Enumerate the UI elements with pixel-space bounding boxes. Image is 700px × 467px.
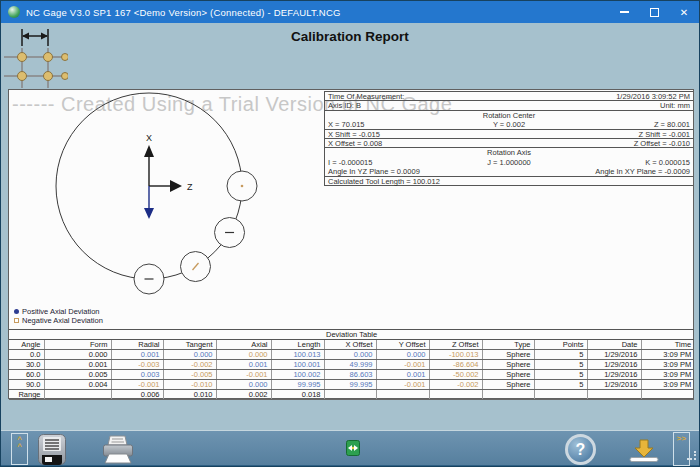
info-row: Rotation Center <box>325 111 693 120</box>
page-title: Calibration Report <box>1 29 699 44</box>
column-header: Type <box>482 340 534 350</box>
calibration-diagram: X Z <box>9 90 329 322</box>
column-header: Radial <box>111 340 163 350</box>
table-row: 0.00.0000.0010.0000.000100.0130.0000.000… <box>9 350 694 360</box>
download-icon[interactable] <box>627 438 661 463</box>
maximize-icon <box>650 8 659 17</box>
column-header: Z Offset <box>429 340 482 350</box>
column-header: Form <box>44 340 111 350</box>
info-panel: Time Of Measurement:1/29/2016 3:09:52 PM… <box>324 91 693 186</box>
info-row: Axis ID: BUnit: mm <box>325 101 693 110</box>
info-row: Calculated Tool Length = 100.012 <box>325 177 693 186</box>
column-header: Y Offset <box>376 340 429 350</box>
deviation-table-header-row: AngleFormRadialTangentAxialLengthX Offse… <box>9 340 694 350</box>
titlebar: NC Gage V3.0 SP1 167 <Demo Version> (Con… <box>1 1 699 23</box>
minimize-icon <box>620 11 629 13</box>
axis-z-label: Z <box>187 182 193 192</box>
table-row: Range0.0060.0100.0020.018 <box>9 390 694 400</box>
column-header: Axial <box>216 340 271 350</box>
info-row: X Offset = 0.008Z Offset = -0.010 <box>325 139 693 148</box>
info-row: Rotation Axis <box>325 148 693 157</box>
info-row: X = 70.015Y = 0.002Z = 80.001 <box>325 120 693 129</box>
info-row: Time Of Measurement:1/29/2016 3:09:52 PM <box>325 92 693 101</box>
info-row: X Shift = -0.015Z Shift = -0.001 <box>325 130 693 139</box>
minimize-button[interactable] <box>609 1 639 23</box>
axial-deviation-legend: Positive Axial DeviationNegative Axial D… <box>14 307 103 325</box>
info-row: I = -0.000015J = 1.000000K = 0.000015 <box>325 158 693 167</box>
column-header: Time <box>641 340 694 350</box>
column-header: X Offset <box>324 340 376 350</box>
negative-deviation-marker-icon <box>14 318 19 323</box>
column-header: Points <box>534 340 587 350</box>
column-header: Tangent <box>163 340 216 350</box>
table-row: 60.00.0050.003-0.005-0.001100.00286.6030… <box>9 370 694 380</box>
report-page: ------ Created Using a Trial Version of … <box>8 89 694 399</box>
column-header: Angle <box>9 340 44 350</box>
column-header: Length <box>271 340 324 350</box>
table-row: 90.00.004-0.001-0.0100.00099.99599.995-0… <box>9 380 694 390</box>
column-header: Date <box>587 340 641 350</box>
positive-deviation-marker-icon <box>14 309 19 314</box>
bottom-toolbar: ^^ ? <box>1 430 699 467</box>
scroll-left-button[interactable]: ^^ <box>11 433 28 465</box>
app-icon <box>8 6 20 18</box>
deviation-mark-0 <box>241 185 244 188</box>
print-icon[interactable] <box>101 435 135 465</box>
deviation-table: Deviation Table AngleFormRadialTangentAx… <box>9 329 694 400</box>
transfer-icon[interactable] <box>346 440 360 456</box>
legend-item: Negative Axial Deviation <box>14 316 103 325</box>
maximize-button[interactable] <box>639 1 669 23</box>
legend-item: Positive Axial Deviation <box>14 307 103 316</box>
table-row: 30.00.001-0.003-0.0020.001100.00149.999-… <box>9 360 694 370</box>
axis-x-label: X <box>146 133 152 143</box>
close-button[interactable]: ✕ <box>669 1 699 23</box>
help-button[interactable]: ? <box>565 434 596 465</box>
save-icon[interactable] <box>38 434 66 465</box>
deviation-table-title: Deviation Table <box>9 330 694 340</box>
app-window: NC Gage V3.0 SP1 167 <Demo Version> (Con… <box>0 0 700 467</box>
resize-grip-icon[interactable] <box>687 451 697 461</box>
info-row: Angle In YZ Plane = 0.0009Angle In XY Pl… <box>325 167 693 176</box>
window-title: NC Gage V3.0 SP1 167 <Demo Version> (Con… <box>26 7 609 18</box>
